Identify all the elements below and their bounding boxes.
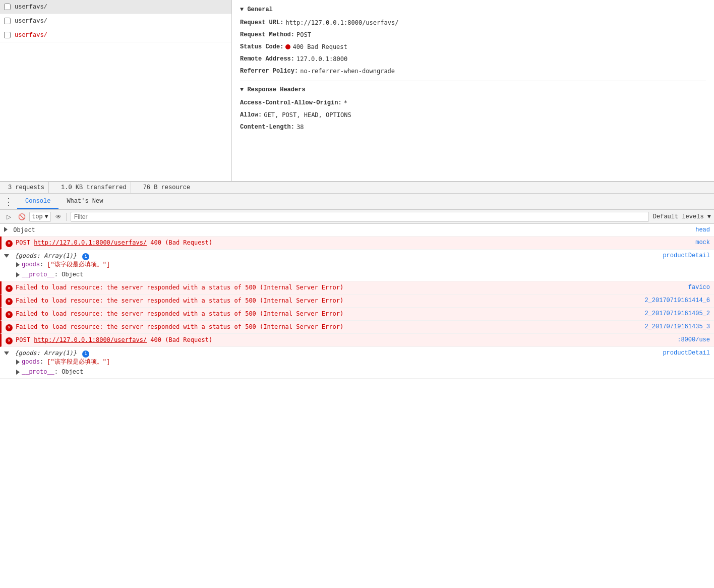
proto-triangle-1[interactable]	[16, 272, 20, 277]
network-list: userfavs/ userfavs/ userfavs/	[0, 0, 232, 181]
error-circle-1: ✕	[6, 240, 13, 247]
goods-tree-content-1: {goods: Array(1)} i	[4, 251, 663, 260]
console-entry-post-2: ✕ POST http://127.0.0.1:8000/userfavs/ 4…	[0, 334, 714, 347]
post-status-2: 400 (Bad Request)	[150, 336, 212, 343]
post-label-2: POST	[16, 336, 34, 343]
network-item-name-3: userfavs/	[15, 32, 47, 39]
context-label: top	[32, 213, 43, 220]
console-entry-500-3: ✕ Failed to load resource: the server re…	[0, 308, 714, 321]
error-circle-2: ✕	[6, 285, 13, 292]
goods-tree-collapse-2[interactable]	[4, 351, 9, 355]
tab-console[interactable]: Console	[17, 194, 58, 209]
clear-console-button[interactable]: ▷	[3, 211, 14, 222]
error-icon-3: ✕	[6, 297, 14, 306]
entry-500-source-2[interactable]: 2_20170719161414_6	[644, 296, 710, 305]
error-500-text-1: Failed to load resource: the server resp…	[16, 284, 343, 291]
goods-tree-row-2: {goods: Array(1)} i productDetail	[4, 348, 710, 358]
console-filter-input[interactable]	[71, 212, 649, 222]
network-list-item-1[interactable]: userfavs/	[0, 0, 231, 14]
status-resources: 76 B resource	[139, 182, 195, 193]
object-expand-triangle[interactable]	[4, 227, 8, 232]
allow-row: Allow: GET, POST, HEAD, OPTIONS	[240, 110, 706, 120]
goods-tree-children-2: goods : ["该字段是必填项。"] __proto__ : Object	[4, 358, 110, 377]
entry-500-source-4[interactable]: 2_20170719161435_3	[644, 322, 710, 331]
post-url-link-1[interactable]: http://127.0.0.1:8000/userfavs/	[34, 239, 147, 246]
error-circle-4: ✕	[6, 311, 13, 318]
network-list-item-2[interactable]: userfavs/	[0, 14, 231, 28]
goods-tree-collapse-1[interactable]	[4, 254, 9, 258]
status-code-text: 400 Bad Request	[292, 42, 347, 51]
entry-post-source-1[interactable]: mock	[695, 238, 710, 247]
status-code-label: Status Code:	[240, 42, 283, 51]
entry-object-content: Object	[4, 225, 695, 234]
goods-tree-source-1[interactable]: productDetail	[663, 251, 710, 260]
object-label: Object	[13, 226, 35, 233]
proto-row-2: __proto__ : Object	[16, 368, 110, 377]
network-item-name-2: userfavs/	[15, 18, 47, 25]
network-item-checkbox-3[interactable]	[4, 32, 11, 38]
proto-value-2: Object	[62, 368, 83, 377]
proto-value-1: Object	[62, 270, 83, 279]
toolbar-divider	[66, 213, 67, 221]
entry-500-source-1[interactable]: favico	[688, 283, 710, 292]
goods-colon-1: :	[40, 260, 47, 269]
entry-500-source-3[interactable]: 2_20170719161405_2	[644, 309, 710, 318]
request-url-row: Request URL: http://127.0.0.1:8000/userf…	[240, 18, 706, 27]
console-entry-500-1: ✕ Failed to load resource: the server re…	[0, 281, 714, 295]
network-item-checkbox-1[interactable]	[4, 4, 11, 10]
referrer-policy-row: Referrer Policy: no-referrer-when-downgr…	[240, 67, 706, 76]
goods-value-1: ["该字段是必填项。"]	[47, 260, 110, 269]
goods-child-triangle-1[interactable]	[16, 262, 20, 267]
goods-info-icon-1[interactable]: i	[82, 253, 89, 260]
error-icon-2: ✕	[6, 283, 14, 292]
console-tabs-menu-icon[interactable]: ⋮	[4, 196, 13, 207]
goods-key-2: goods	[22, 358, 40, 367]
response-headers-title: Response Headers	[240, 86, 706, 93]
console-tabs-bar: ⋮ Console What's New	[0, 194, 714, 210]
content-length-row: Content-Length: 38	[240, 123, 706, 132]
status-error-dot	[285, 44, 290, 49]
default-levels-dropdown[interactable]: Default levels ▼	[653, 213, 711, 220]
entry-post-content-2: POST http://127.0.0.1:8000/userfavs/ 400…	[16, 335, 677, 344]
error-icon-5: ✕	[6, 323, 14, 332]
network-list-item-3[interactable]: userfavs/	[0, 28, 231, 42]
allow-label: Allow:	[240, 110, 262, 120]
network-item-checkbox-2[interactable]	[4, 18, 11, 24]
goods-tree-row-1: {goods: Array(1)} i productDetail	[4, 251, 710, 260]
error-500-text-3: Failed to load resource: the server resp…	[16, 310, 343, 317]
goods-tree-children-1: goods : ["该字段是必填项。"] __proto__ : Object	[4, 260, 110, 279]
proto-triangle-2[interactable]	[16, 370, 20, 375]
status-requests: 3 requests	[4, 182, 49, 193]
console-entry-post-1: ✕ POST http://127.0.0.1:8000/userfavs/ 4…	[0, 237, 714, 250]
remote-address-label: Remote Address:	[240, 54, 294, 64]
context-dropdown-arrow: ▼	[45, 213, 48, 220]
section-divider-1	[240, 81, 706, 81]
tab-console-label: Console	[25, 198, 50, 205]
goods-child-triangle-2[interactable]	[16, 360, 20, 365]
goods-tree-source-2[interactable]: productDetail	[663, 348, 710, 358]
tab-whats-new-label: What's New	[67, 198, 103, 205]
request-method-label: Request Method:	[240, 30, 294, 39]
entry-500-content-3: Failed to load resource: the server resp…	[16, 309, 644, 318]
console-panel: ⋮ Console What's New ▷ 🚫 top ▼ 👁 Default…	[0, 194, 714, 588]
entry-post-source-2[interactable]: :8000/use	[677, 335, 710, 344]
status-code-value: 400 Bad Request	[285, 42, 347, 51]
stop-button[interactable]: 🚫	[16, 211, 27, 222]
entry-500-content-4: Failed to load resource: the server resp…	[16, 322, 644, 331]
post-url-link-2[interactable]: http://127.0.0.1:8000/userfavs/	[34, 336, 147, 343]
post-label-1: POST	[16, 239, 34, 246]
goods-tree-label-1: {goods: Array(1)}	[15, 252, 77, 259]
goods-info-icon-2[interactable]: i	[82, 350, 89, 358]
error-500-text-2: Failed to load resource: the server resp…	[16, 297, 343, 304]
post-status-1: 400 (Bad Request)	[150, 239, 212, 246]
proto-key-2: __proto__	[22, 368, 54, 377]
error-icon-1: ✕	[6, 239, 14, 248]
console-toolbar: ▷ 🚫 top ▼ 👁 Default levels ▼	[0, 210, 714, 224]
eye-button[interactable]: 👁	[53, 211, 64, 222]
context-selector[interactable]: top ▼	[29, 212, 51, 222]
entry-object-source[interactable]: head	[695, 225, 710, 234]
tab-whats-new[interactable]: What's New	[58, 194, 111, 209]
entry-500-content-2: Failed to load resource: the server resp…	[16, 296, 644, 305]
error-circle-3: ✕	[6, 298, 13, 305]
network-item-name-1: userfavs/	[15, 4, 47, 11]
